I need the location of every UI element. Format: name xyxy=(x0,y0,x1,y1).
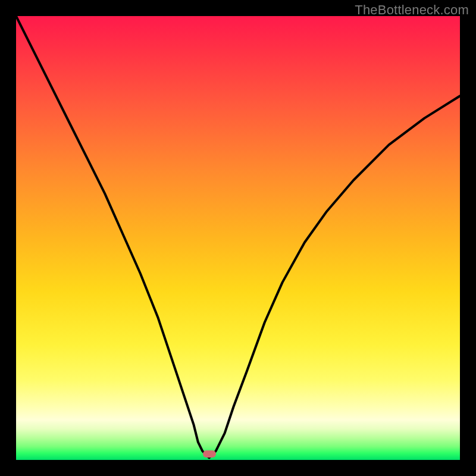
optimal-point-marker xyxy=(203,450,216,458)
bottleneck-curve xyxy=(16,16,460,460)
plot-area xyxy=(16,16,460,460)
chart-container: TheBottleneck.com xyxy=(0,0,476,476)
watermark-text: TheBottleneck.com xyxy=(355,2,469,18)
